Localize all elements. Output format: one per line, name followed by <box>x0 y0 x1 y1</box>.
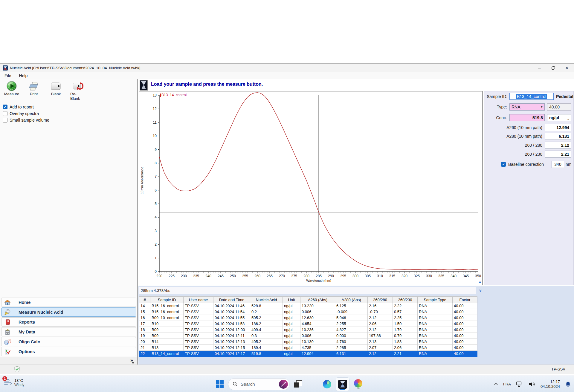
table-cell[interactable]: 04.10.2024 12:15 <box>213 345 250 351</box>
table-cell[interactable]: 2.12 <box>368 315 393 321</box>
task-view-button[interactable] <box>294 380 302 388</box>
table-cell[interactable]: 189.4 <box>250 345 283 351</box>
table-cell[interactable]: B14 <box>150 339 184 345</box>
unchecked-checkbox-icon[interactable] <box>3 118 7 122</box>
table-cell[interactable]: 10.130 <box>300 339 335 345</box>
table-cell[interactable]: 04.10.2024 11:46 <box>213 303 250 309</box>
table-cell[interactable]: 0.006 <box>300 333 335 339</box>
table-cell[interactable]: 2.06 <box>393 345 418 351</box>
nanodrop-app-icon[interactable] <box>336 377 349 391</box>
table-cell[interactable]: 0.57 <box>393 309 418 315</box>
table-cell[interactable]: 6.125 <box>335 303 368 309</box>
table-cell[interactable]: RNA <box>418 327 453 333</box>
table-cell[interactable]: ng/µl <box>283 345 300 351</box>
factor-field[interactable]: 40.00 <box>547 103 571 111</box>
table-cell[interactable]: 40.00 <box>453 327 477 333</box>
table-cell[interactable]: ng/µl <box>283 315 300 321</box>
table-cell[interactable]: 2.21 <box>393 351 418 357</box>
table-cell[interactable]: ng/µl <box>283 327 300 333</box>
search-box[interactable]: Search <box>228 378 290 390</box>
conc-unit-dropdown[interactable]: ng/µl⌄ <box>547 114 571 121</box>
unchecked-checkbox-icon[interactable] <box>3 111 7 116</box>
table-cell[interactable]: 2.12 <box>368 327 393 333</box>
table-cell[interactable]: 2.12 <box>368 351 393 357</box>
column-header[interactable]: Nucleic Acid <box>250 297 283 303</box>
tray-chevron-up-icon[interactable] <box>494 383 498 385</box>
table-cell[interactable]: ng/µl <box>283 309 300 315</box>
table-cell[interactable]: RNA <box>418 339 453 345</box>
table-cell[interactable]: 197.86 <box>368 333 393 339</box>
table-cell[interactable]: ng/µl <box>283 303 300 309</box>
table-cell[interactable]: 12.630 <box>300 315 335 321</box>
table-cell[interactable]: 1.83 <box>393 339 418 345</box>
table-cell[interactable]: 40.00 <box>453 333 477 339</box>
column-header[interactable]: A260 (Abs) <box>300 297 335 303</box>
table-cell[interactable]: 2.06 <box>368 321 393 327</box>
table-cell[interactable]: B15_16_control <box>150 303 184 309</box>
table-cell[interactable]: 15 <box>139 309 150 315</box>
table-cell[interactable]: B09 <box>150 333 184 339</box>
table-cell[interactable]: 4.827 <box>335 327 368 333</box>
sidebar-collapse-button[interactable]: » <box>130 358 133 363</box>
table-cell[interactable]: 40.00 <box>453 351 477 357</box>
column-header[interactable]: Sample Type <box>418 297 453 303</box>
table-cell[interactable]: 40.00 <box>453 339 477 345</box>
table-cell[interactable]: 5.946 <box>335 315 368 321</box>
conc-field[interactable]: 519.8 <box>509 114 545 121</box>
table-cell[interactable]: B13_14_control <box>150 351 184 357</box>
table-cell[interactable]: 0.79 <box>393 333 418 339</box>
table-cell[interactable]: B15_16_control <box>150 309 184 315</box>
table-cell[interactable]: RNA <box>418 333 453 339</box>
table-cell[interactable]: B09 <box>150 327 184 333</box>
table-cell[interactable]: 40.00 <box>453 303 477 309</box>
chart-collapse-button[interactable]: « <box>479 279 481 284</box>
table-cell[interactable]: TP-SSV <box>184 333 213 339</box>
sidebar-item-my-data[interactable]: My Data <box>1 327 136 336</box>
table-cell[interactable]: RNA <box>418 303 453 309</box>
network-icon[interactable] <box>516 381 523 387</box>
table-cell[interactable]: 40.00 <box>453 315 477 321</box>
table-cell[interactable]: -0.70 <box>368 309 393 315</box>
table-cell[interactable]: 2.22 <box>393 303 418 309</box>
table-cell[interactable]: 04.10.2024 12:11 <box>213 333 250 339</box>
table-row[interactable]: 14B15_16_controlTP-SSV04.10.2024 11:4652… <box>139 303 477 309</box>
table-cell[interactable]: B13 <box>150 345 184 351</box>
restore-button[interactable] <box>546 64 560 72</box>
sidebar-item-home[interactable]: Home <box>1 298 136 307</box>
table-row[interactable]: 15B15_16_controlTP-SSV04.10.2024 11:540.… <box>139 309 477 315</box>
table-cell[interactable]: RNA <box>418 309 453 315</box>
table-cell[interactable]: 4.760 <box>335 339 368 345</box>
table-cell[interactable]: 40.00 <box>453 345 477 351</box>
close-button[interactable]: ✕ <box>560 64 574 72</box>
table-cell[interactable]: 1.50 <box>393 321 418 327</box>
table-cell[interactable]: 17 <box>139 321 150 327</box>
table-cell[interactable]: TP-SSV <box>184 321 213 327</box>
baseline-correction-checkbox[interactable]: ✓ <box>501 162 506 167</box>
edge-browser-icon[interactable] <box>323 380 331 388</box>
table-collapse-button[interactable]: » <box>477 288 485 293</box>
column-header[interactable]: User name <box>184 297 213 303</box>
baseline-wavelength-field[interactable]: 340 <box>552 161 564 168</box>
type-dropdown[interactable]: RNA▼ <box>509 103 545 111</box>
column-header[interactable]: # <box>139 297 150 303</box>
cursor-readout-field[interactable]: 285nm 4.378Abs <box>139 287 476 294</box>
table-cell[interactable]: TP-SSV <box>184 309 213 315</box>
column-header[interactable]: Factor <box>453 297 477 303</box>
table-cell[interactable]: 528.8 <box>250 303 283 309</box>
table-cell[interactable]: 04.10.2024 11:58 <box>213 321 250 327</box>
table-cell[interactable]: 16 <box>139 315 150 321</box>
print-button[interactable]: Print <box>26 81 42 101</box>
checked-checkbox-icon[interactable]: ✓ <box>3 105 7 109</box>
results-table[interactable]: #Sample IDUser nameDate and TimeNucleic … <box>139 296 477 357</box>
table-cell[interactable]: TP-SSV <box>184 303 213 309</box>
column-header[interactable]: 260/280 <box>368 297 393 303</box>
sidebar-item-options[interactable]: Options <box>1 347 136 356</box>
table-row[interactable]: 18B09TP-SSV04.10.2024 12:00409.4ng/µl10.… <box>139 327 477 333</box>
table-cell[interactable]: TP-SSV <box>184 339 213 345</box>
weather-widget[interactable]: 1 13°C Windy <box>4 378 24 387</box>
column-header[interactable]: Unit <box>283 297 300 303</box>
table-cell[interactable]: 19 <box>139 333 150 339</box>
table-cell[interactable]: 2.255 <box>335 321 368 327</box>
table-cell[interactable]: 40.00 <box>453 321 477 327</box>
add-to-report-option[interactable]: ✓ Add to report <box>3 104 137 110</box>
